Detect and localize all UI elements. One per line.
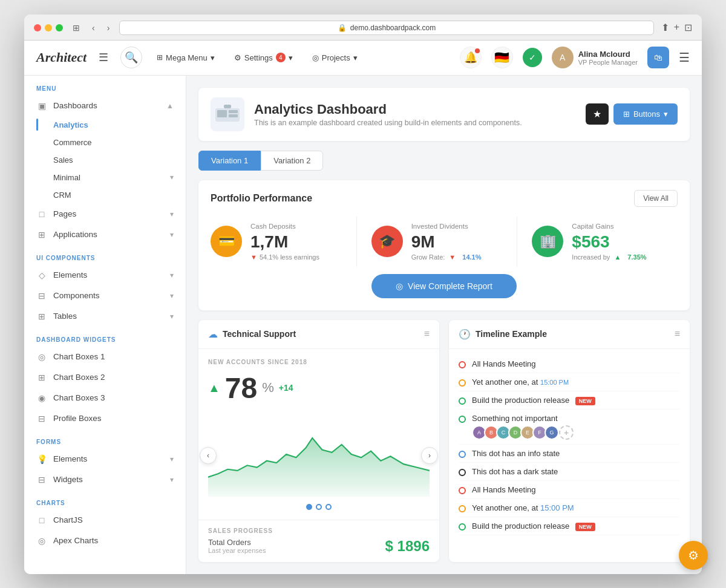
ts-footer-sub: Last year expenses [208,547,266,554]
tl-content: Build the production release NEW [472,396,680,405]
sidebar-item-minimal[interactable]: Minimal ▾ [53,169,186,186]
svg-rect-4 [224,105,231,108]
ts-plus: +14 [279,383,293,393]
kebab-menu-btn[interactable]: ☰ [679,50,690,65]
chart-dots [208,504,430,510]
status-check-btn[interactable]: ✓ [523,48,542,67]
sidebar-item-chart-boxes-3[interactable]: ◉ Chart Boxes 3 [24,388,186,408]
settings-btn[interactable]: ⚙ Settings 4 ▾ [229,50,298,65]
close-dot[interactable] [34,24,41,31]
capital-info: Capital Gains $563 Increased by ▲ 7.35% [572,223,646,261]
avatar: A [552,47,574,68]
timeline-item: All Hands Meeting [459,481,680,499]
chart-icon: ◉ [36,393,47,403]
tl-content: Yet another one, at 15:00 PM [472,377,680,387]
chart-dot-2[interactable] [316,504,322,510]
page-header-icon [211,97,244,131]
arrow-up-icon: ▲ [614,253,621,261]
sidebar-toggle-btn[interactable]: ⊞ [70,22,82,34]
sidebar-item-profile-boxes[interactable]: ⊟ Profile Boxes [24,408,186,429]
timeline-item: Build the production release NEW [459,391,680,410]
carousel-next-btn[interactable]: › [421,447,438,464]
sidebar-item-elements[interactable]: ◇ Elements ▾ [24,265,186,286]
chart-dot-1[interactable] [306,504,312,510]
settings-label: Settings [244,53,273,62]
minimize-dot[interactable] [45,24,52,31]
applications-icon: ⊞ [36,230,47,240]
portfolio-title: Portfolio Performance [211,193,312,204]
maximize-dot[interactable] [56,24,63,31]
flag-btn[interactable]: 🇩🇪 [491,47,513,68]
blue-action-btn[interactable]: 🛍 [647,47,669,68]
chevron-icon: ▲ [166,102,174,110]
timeline-title: Timeline Example [476,329,547,339]
sidebar-item-analytics[interactable]: Analytics [53,116,186,134]
user-profile-btn[interactable]: A Alina Mclourd VP People Manager [552,47,638,68]
variation-2-btn[interactable]: Variation 2 [261,151,323,171]
chevron-icon: ▾ [170,230,174,239]
buttons-button[interactable]: ⊞ Buttons ▾ [613,103,678,125]
tl-dot [459,451,466,458]
sidebar-item-sales[interactable]: Sales [53,151,186,169]
sidebar-item-dashboards[interactable]: ▣ Dashboards ▲ [24,96,186,116]
chart-dot-3[interactable] [325,504,332,510]
browser-dots [34,24,63,31]
back-btn[interactable]: ‹ [90,22,97,34]
sidebar-item-label: Commerce [53,138,92,147]
sidebar-item-label: Profile Boxes [53,414,102,423]
mega-menu-btn[interactable]: ⊞ Mega Menu ▾ [152,51,220,65]
tl-title: This dot has a dark state [472,467,680,476]
hamburger-btn[interactable]: ☰ [96,48,111,67]
tl-dot [459,397,466,405]
card-header: ☁ Technical Support ≡ [198,320,439,349]
sidebar-item-components[interactable]: ⊟ Components ▾ [24,286,186,306]
stat-invested: 🎓 Invested Dividents 9M Grow Rate: ▼ 14.… [357,217,518,267]
lock-icon: 🔒 [338,24,347,32]
fab-settings-btn[interactable]: ⚙ [679,541,708,570]
share-icon[interactable]: ⬆ [661,22,669,33]
forward-btn[interactable]: › [105,22,113,34]
chevron-down-icon: ▾ [664,109,668,119]
view-all-btn[interactable]: View All [634,190,678,207]
view-report-btn[interactable]: ◎ View Complete Report [371,274,517,298]
capital-sub: Increased by ▲ 7.35% [572,253,646,261]
address-bar[interactable]: 🔒 demo.dashboardpack.com [119,21,653,35]
tl-avatar-add[interactable]: + [559,425,574,440]
dashboard-widgets-label: DASHBOARD WIDGETS [24,327,186,347]
new-tab-icon[interactable]: + [674,22,679,33]
sidebar-item-chart-boxes-2[interactable]: ⊞ Chart Boxes 2 [24,367,186,388]
search-btn[interactable]: 🔍 [120,47,142,68]
capital-rate: 7.35% [627,253,646,261]
sidebar-item-commerce[interactable]: Commerce [53,134,186,151]
portfolio-card: Portfolio Performance View All 💳 Cash De… [198,180,690,310]
star-button[interactable]: ★ [586,103,609,125]
carousel-prev-btn[interactable]: ‹ [200,447,217,464]
sidebar-item-label: Elements [53,270,87,279]
forms-icon: 💡 [36,454,47,464]
variation-1-btn[interactable]: Variation 1 [198,151,261,171]
chevron-icon: ▾ [170,173,174,181]
svg-rect-3 [229,114,238,117]
tl-content: All Hands Meeting [472,359,680,368]
sidebar-item-chartjs[interactable]: □ ChartJS [24,510,186,531]
sidebar-item-chart-boxes-1[interactable]: ◎ Chart Boxes 1 [24,347,186,367]
charts-label: CHARTS [24,490,186,510]
sidebar-item-label: Apex Charts [53,536,98,545]
sidebar-item-tables[interactable]: ⊞ Tables ▾ [24,306,186,327]
sidebar-item-label: Widgets [53,475,83,484]
sidebar-item-crm[interactable]: CRM [53,186,186,204]
notifications-btn[interactable]: 🔔 [460,47,482,68]
dashboard-svg-icon [215,105,240,124]
page-subtitle: This is an example dashboard created usi… [254,119,576,127]
sidebar-item-forms-elements[interactable]: 💡 Elements ▾ [24,449,186,469]
projects-btn[interactable]: ◎ Projects ▾ [307,51,362,65]
timeline-body: All Hands Meeting Yet another one, at 15… [449,349,690,541]
timeline-menu-icon[interactable]: ≡ [675,328,680,339]
project-icon: ◎ [312,53,319,62]
card-menu-icon[interactable]: ≡ [424,328,430,339]
duplicate-icon[interactable]: ⊡ [684,22,692,33]
sidebar-item-forms-widgets[interactable]: ⊟ Widgets ▾ [24,469,186,490]
sidebar-item-apex-charts[interactable]: ◎ Apex Charts [24,531,186,551]
sidebar-item-pages[interactable]: □ Pages ▾ [24,204,186,224]
sidebar-item-applications[interactable]: ⊞ Applications ▾ [24,224,186,245]
